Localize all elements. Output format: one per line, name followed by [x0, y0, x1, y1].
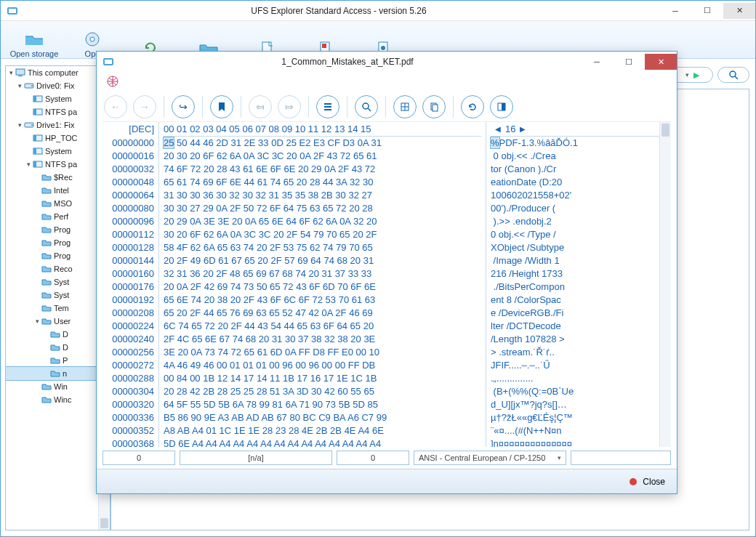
hex-bytes-row[interactable]: 2F 4C 65 6E 67 74 68 20 31 30 37 38 32 3…: [164, 333, 481, 346]
grid-button[interactable]: [393, 95, 417, 118]
copy-button[interactable]: [422, 95, 446, 118]
hex-scrollbar[interactable]: [659, 122, 671, 447]
tree-arrow-icon[interactable]: ▾: [16, 82, 23, 89]
hex-bytes-row[interactable]: 20 0A 2F 42 69 74 73 50 65 72 43 6F 6D 7…: [164, 280, 481, 294]
tree-item[interactable]: Intel: [6, 184, 110, 197]
maximize-button[interactable]: ☐: [691, 3, 723, 19]
hex-bytes-row[interactable]: 3E 20 0A 73 74 72 65 61 6D 0A FF D8 FF E…: [164, 346, 481, 359]
zoom-button[interactable]: [355, 95, 378, 118]
tree-arrow-icon[interactable]: ▾: [16, 121, 23, 129]
hex-ascii-row[interactable]: > .stream.˙Ř˙ŕ..: [491, 346, 666, 359]
nav-back-button[interactable]: ←: [104, 95, 127, 118]
hex-bytes-row[interactable]: 00 84 00 1B 12 14 17 14 11 1B 17 16 17 1…: [164, 372, 481, 385]
hex-ascii-row[interactable]: (B+(%%(Q:=0B`Ue: [491, 385, 666, 398]
go-icon[interactable]: ▶: [693, 70, 705, 80]
main-close-button[interactable]: ✕: [723, 3, 755, 19]
hex-ascii-row[interactable]: 100602021558+02': [491, 189, 666, 202]
hex-bytes-row[interactable]: 65 20 2F 44 65 76 69 63 65 52 47 42 0A 2…: [164, 307, 481, 320]
hex-bytes-row[interactable]: 74 6F 72 20 28 43 61 6E 6F 6E 20 29 0A 2…: [164, 163, 481, 176]
hex-ascii-row[interactable]: e /DeviceRGB./Fi: [491, 307, 666, 320]
tree-item[interactable]: Perf: [6, 210, 110, 223]
hex-bytes-row[interactable]: 30 30 27 29 0A 2F 50 72 6F 64 75 63 65 7…: [164, 202, 481, 215]
hex-ascii-row[interactable]: lter /DCTDecode: [491, 320, 666, 333]
hex-bytes-row[interactable]: 20 28 42 2B 28 25 25 28 51 3A 3D 30 42 6…: [164, 385, 481, 398]
hex-bytes-row[interactable]: 5D 6E A4 A4 A4 A4 A4 A4 A4 A4 A4 A4 A4 A…: [164, 437, 481, 447]
hex-selected-byte[interactable]: 25: [164, 137, 174, 148]
hex-ascii-row[interactable]: ¨«¤....(#(N++N¤n: [491, 424, 666, 437]
tree-item[interactable]: Win: [6, 380, 110, 393]
tree-item[interactable]: ▾This computer: [6, 66, 110, 79]
hex-ascii-row[interactable]: ]n¤¤¤¤¤¤¤¤¤¤¤¤¤¤: [491, 437, 666, 447]
hex-bytes-row[interactable]: 25 50 44 46 2D 31 2E 33 0D 25 E2 E3 CF D…: [164, 137, 481, 150]
tree-item[interactable]: D: [6, 328, 110, 341]
goto-button[interactable]: ↪: [172, 95, 195, 118]
hex-bytes-row[interactable]: 64 5F 55 5D 5B 6A 78 99 81 6A 71 90 73 5…: [164, 398, 481, 411]
tree-panel[interactable]: ▾This computer▾Drive0: FixSystemNTFS pa▾…: [5, 65, 110, 530]
tree-item[interactable]: Reco: [6, 262, 110, 275]
tree-item[interactable]: ▾Drive0: Fix: [6, 79, 110, 92]
hex-bytes-row[interactable]: 58 4F 62 6A 65 63 74 20 2F 53 75 62 74 7…: [164, 241, 481, 254]
ascii-nav-left-icon[interactable]: ◀: [495, 122, 501, 137]
hex-bytes-row[interactable]: 4A 46 49 46 00 01 01 01 00 96 00 96 00 0…: [164, 359, 481, 372]
tree-item[interactable]: D: [6, 341, 110, 354]
hex-ascii-row[interactable]: 0 obj.<< /Type /: [491, 228, 666, 241]
tree-item[interactable]: $Rec: [6, 171, 110, 184]
open-storage-button[interactable]: Open storage: [5, 31, 63, 58]
tree-item[interactable]: System: [6, 145, 110, 158]
search-field[interactable]: [717, 67, 749, 83]
hex-ascii-row[interactable]: %PDF-1.3.%âăĎÓ.1: [491, 137, 666, 150]
status-encoding-dropdown[interactable]: ANSI - Central European / CP-1250: [414, 451, 566, 465]
hex-ascii-row[interactable]: ./BitsPerCompon: [491, 280, 666, 294]
tree-item[interactable]: Prog: [6, 223, 110, 236]
tree-item[interactable]: Winc: [6, 393, 110, 406]
hex-ascii-row[interactable]: ).>> .endobj.2: [491, 215, 666, 228]
tree-item[interactable]: Prog: [6, 236, 110, 249]
tree-item[interactable]: ▾NTFS pa: [6, 158, 110, 171]
tree-item[interactable]: Prog: [6, 249, 110, 262]
minimize-button[interactable]: ─: [659, 3, 691, 19]
tree-item[interactable]: MSO: [6, 197, 110, 210]
hex-bytes-row[interactable]: B5 86 90 9E A3 AB AD AB 67 80 BC C9 BA A…: [164, 411, 481, 424]
close-button[interactable]: Close: [643, 477, 665, 487]
hex-ascii-row[interactable]: /Image /Width 1: [491, 254, 666, 267]
tree-item[interactable]: P: [6, 354, 110, 367]
block-prev-button[interactable]: ⤆: [249, 95, 272, 118]
hex-bytes-row[interactable]: 20 2F 49 6D 61 67 65 20 2F 57 69 64 74 6…: [164, 254, 481, 267]
hex-ascii-row[interactable]: /Length 107828 >: [491, 333, 666, 346]
hex-bytes-row[interactable]: 65 61 74 69 6F 6E 44 61 74 65 20 28 44 3…: [164, 176, 481, 189]
hex-bytes-row[interactable]: 30 20 6F 62 6A 0A 3C 3C 20 2F 54 79 70 6…: [164, 228, 481, 241]
bookmark-button[interactable]: [210, 95, 233, 118]
tree-item[interactable]: ▾Drive1: Fix: [6, 118, 110, 132]
hex-minimize-button[interactable]: ─: [581, 54, 613, 70]
hex-close-button[interactable]: ✕: [645, 54, 677, 70]
nav-forward-button[interactable]: →: [133, 95, 156, 118]
tree-arrow-icon[interactable]: ▾: [7, 69, 15, 76]
contrast-button[interactable]: [490, 95, 513, 118]
hex-ascii-row[interactable]: µ†?žŁ«­«g€ĽÉş¦Ç™: [491, 411, 666, 424]
tree-item[interactable]: ▾User: [6, 315, 110, 328]
tree-item[interactable]: NTFS pa: [6, 105, 110, 118]
reload-button[interactable]: [461, 95, 484, 118]
hex-ascii-row[interactable]: 00')./Producer (: [491, 202, 666, 215]
tree-item[interactable]: HP_TOC: [6, 132, 110, 145]
hex-ascii-row[interactable]: eationDate (D:20: [491, 176, 666, 189]
hex-bytes-row[interactable]: 6C 74 65 72 20 2F 44 43 54 44 65 63 6F 6…: [164, 320, 481, 333]
hex-ascii-row[interactable]: 216 /Height 1733: [491, 267, 666, 280]
hex-ascii-column[interactable]: ◀ 16 ▶ %PDF-1.3.%âăĎÓ.1 0 obj.<< ./Creat…: [486, 122, 671, 447]
hex-ascii-row[interactable]: XObject /Subtype: [491, 241, 666, 254]
hex-ascii-row[interactable]: tor (Canon )./Cr: [491, 163, 666, 176]
hex-selected-ascii[interactable]: %: [491, 137, 499, 148]
tree-item[interactable]: Syst: [6, 288, 110, 302]
globe-icon[interactable]: [107, 76, 120, 89]
tree-item[interactable]: n: [6, 367, 110, 380]
hex-bytes-row[interactable]: 65 6E 74 20 38 20 2F 43 6F 6C 6F 72 53 7…: [164, 294, 481, 307]
tree-arrow-icon[interactable]: ▾: [33, 318, 41, 325]
hex-bytes-row[interactable]: 20 29 0A 3E 3E 20 0A 65 6E 64 6F 62 6A 0…: [164, 215, 481, 228]
hex-ascii-row[interactable]: 0 obj.<< ./Crea: [491, 150, 666, 163]
hex-bytes-row[interactable]: 20 30 20 6F 62 6A 0A 3C 3C 20 0A 2F 43 7…: [164, 150, 481, 163]
block-next-button[interactable]: ⤇: [278, 95, 301, 118]
hex-bytes-row[interactable]: 32 31 36 20 2F 48 65 69 67 68 74 20 31 3…: [164, 267, 481, 280]
tree-item[interactable]: Tem: [6, 302, 110, 315]
tree-item[interactable]: System: [6, 92, 110, 105]
hex-bytes-row[interactable]: A8 AB A4 01 1C 1E 1E 28 23 28 4E 2B 2B 4…: [164, 424, 481, 437]
